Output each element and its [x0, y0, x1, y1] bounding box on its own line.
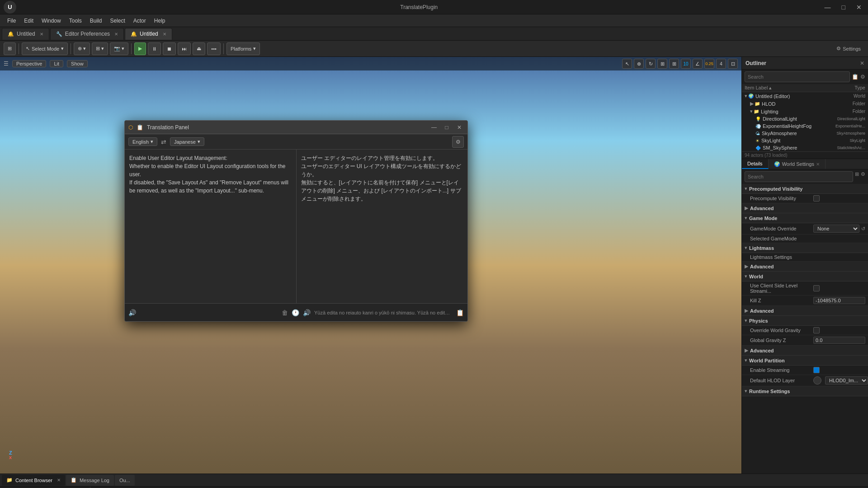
vp-4-icon[interactable]: 4: [716, 59, 726, 69]
tab-close-2[interactable]: ✕: [114, 32, 118, 37]
hamburger-icon[interactable]: ☰: [4, 61, 9, 67]
vp-translate-icon[interactable]: ⊕: [634, 59, 644, 69]
reset-icon[interactable]: ↺: [861, 226, 865, 232]
kill-z-input[interactable]: [813, 297, 865, 304]
details-tab-world-settings[interactable]: 🌍 World Settings ✕: [769, 159, 826, 169]
grid-button[interactable]: ⊞: [4, 42, 16, 55]
gamemode-override-select[interactable]: None: [813, 225, 859, 233]
vp-angle-icon[interactable]: ∠: [693, 59, 703, 69]
section-advanced-1[interactable]: ▶ Advanced: [742, 203, 868, 213]
section-advanced-2[interactable]: ▶ Advanced: [742, 262, 868, 272]
precompute-vis-checkbox[interactable]: [813, 195, 820, 202]
world-settings-close[interactable]: ✕: [816, 162, 820, 167]
tp-copy-icon[interactable]: 📋: [456, 309, 464, 316]
menu-select[interactable]: Select: [106, 17, 128, 25]
tree-item-skysphere[interactable]: 🔷 SM_SkySphere StaticMeshAc...: [742, 144, 868, 151]
tp-delete-icon[interactable]: 🗑: [282, 309, 288, 316]
hlod-layer-select[interactable]: HLOD0_Im...: [825, 376, 868, 385]
tree-item-lighting[interactable]: ▾ 📁 Lighting Folder: [742, 108, 868, 115]
section-world-partition[interactable]: ▾ World Partition: [742, 356, 868, 366]
tp-history-icon[interactable]: 🕐: [292, 309, 299, 316]
vp-rotate-icon[interactable]: ↻: [646, 59, 656, 69]
tp-volume-icon[interactable]: 🔊: [128, 309, 136, 316]
section-world[interactable]: ▾ World: [742, 272, 868, 282]
tp-maximize-button[interactable]: □: [442, 123, 451, 132]
bottom-tab-outliner-2[interactable]: Ou...: [115, 475, 135, 486]
section-game-mode[interactable]: ▾ Game Mode: [742, 213, 868, 223]
pause-button[interactable]: ⏸: [148, 42, 161, 55]
tab-untitled-1[interactable]: 🔔 Untitled ✕: [2, 28, 49, 40]
vp-layout-icon[interactable]: ⊡: [728, 59, 738, 69]
snap-button[interactable]: ⊞ ▾: [92, 42, 108, 55]
tab-close-3[interactable]: ✕: [163, 32, 166, 37]
tp-volume2-icon[interactable]: 🔊: [303, 309, 311, 316]
menu-help[interactable]: Help: [151, 17, 169, 25]
menu-build[interactable]: Build: [86, 17, 106, 25]
transform-button[interactable]: ⊕ ▾: [74, 42, 90, 55]
tab-untitled-2[interactable]: 🔔 Untitled ✕: [125, 28, 172, 40]
vp-10-icon[interactable]: 10: [681, 59, 691, 69]
tree-item-skylight[interactable]: ☀ SkyLight SkyLight: [742, 137, 868, 144]
source-language-selector[interactable]: English ▾: [128, 137, 157, 146]
details-search-input[interactable]: [745, 171, 853, 182]
vp-scale-icon[interactable]: ⊞: [657, 59, 667, 69]
eject-button[interactable]: ⏏: [193, 42, 205, 55]
prop-override-gravity: Override World Gravity: [742, 326, 868, 335]
select-mode-button[interactable]: ↖ Select Mode ▾: [22, 42, 68, 55]
tab-editor-prefs[interactable]: 🔧 Editor Preferences ✕: [50, 28, 124, 40]
details-gear-icon[interactable]: ⚙: [861, 171, 865, 182]
override-gravity-checkbox[interactable]: [813, 327, 820, 333]
vp-grid-icon[interactable]: ⊞: [669, 59, 679, 69]
tp-close-button[interactable]: ✕: [455, 123, 464, 132]
section-advanced-4[interactable]: ▶ Advanced: [742, 346, 868, 356]
section-advanced-3[interactable]: ▶ Advanced: [742, 306, 868, 316]
bottom-tab-content-browser[interactable]: 📁 Content Browser ✕: [2, 475, 65, 486]
vp-025-icon[interactable]: 0.25: [704, 59, 714, 69]
tree-item-skyatm[interactable]: 🌤 SkyAtmosphere SkyAtmosphere: [742, 130, 868, 137]
menu-window[interactable]: Window: [38, 17, 65, 25]
section-precomputed-vis[interactable]: ▾ Precomputed Visibility: [742, 184, 868, 194]
cb-close[interactable]: ✕: [57, 478, 61, 483]
tab-close-1[interactable]: ✕: [40, 32, 43, 37]
menu-file[interactable]: File: [4, 17, 19, 25]
details-grid-icon[interactable]: ⊞: [855, 171, 859, 182]
bottom-tab-message-log[interactable]: 📋 Message Log: [66, 475, 114, 486]
client-side-streaming-checkbox[interactable]: [813, 285, 820, 291]
step-button[interactable]: ⏭: [178, 42, 191, 55]
menu-tools[interactable]: Tools: [66, 17, 85, 25]
play-button[interactable]: ▶: [134, 42, 146, 55]
target-language-selector[interactable]: Japanese ▾: [170, 137, 204, 146]
swap-languages-button[interactable]: ⇄: [161, 138, 166, 145]
stop-button[interactable]: ⏹: [163, 42, 176, 55]
tree-item-untitled-editor[interactable]: ▾ 🌍 Untitled (Editor) World: [742, 92, 868, 100]
details-tab-details[interactable]: Details: [742, 159, 769, 169]
section-lightmass[interactable]: ▾ Lightmass: [742, 243, 868, 253]
lit-button[interactable]: Lit: [50, 60, 63, 67]
tree-item-hlod[interactable]: ▶ 📁 HLOD Folder: [742, 100, 868, 108]
tp-minimize-button[interactable]: —: [429, 123, 439, 132]
tree-item-expfog[interactable]: 💨 ExponentialHeightFog ExponentialHe...: [742, 122, 868, 130]
outliner-icon1[interactable]: 📋: [852, 74, 859, 80]
close-button[interactable]: ✕: [854, 3, 864, 12]
maximize-button[interactable]: □: [839, 3, 848, 12]
gravity-z-input[interactable]: [813, 337, 865, 344]
tree-item-dirlight[interactable]: 💡 DirectionalLight DirectionalLight: [742, 115, 868, 122]
outliner-search-input[interactable]: [745, 71, 850, 82]
more-button[interactable]: •••: [207, 42, 221, 55]
section-runtime-settings[interactable]: ▾ Runtime Settings: [742, 386, 868, 396]
perspective-button[interactable]: Perspective: [12, 60, 46, 67]
show-button[interactable]: Show: [67, 60, 88, 67]
settings-button[interactable]: ⚙ Settings: [833, 42, 864, 55]
menu-edit[interactable]: Edit: [20, 17, 37, 25]
outliner-close-button[interactable]: ✕: [860, 60, 864, 66]
tp-settings-button[interactable]: ⚙: [452, 136, 464, 148]
minimize-button[interactable]: —: [822, 3, 834, 12]
camera-button[interactable]: 📷 ▾: [110, 42, 128, 55]
platforms-button[interactable]: Platforms ▾: [226, 42, 260, 55]
vp-select-icon[interactable]: ↖: [622, 59, 632, 69]
enable-streaming-checkbox[interactable]: [813, 367, 820, 373]
viewport[interactable]: ☰ Perspective Lit Show ↖ ⊕ ↻ ⊞ ⊞ 10 ∠ 0.…: [0, 57, 741, 474]
outliner-icon2[interactable]: ⚙: [860, 74, 865, 80]
menu-actor[interactable]: Actor: [130, 17, 150, 25]
section-physics[interactable]: ▾ Physics: [742, 316, 868, 326]
